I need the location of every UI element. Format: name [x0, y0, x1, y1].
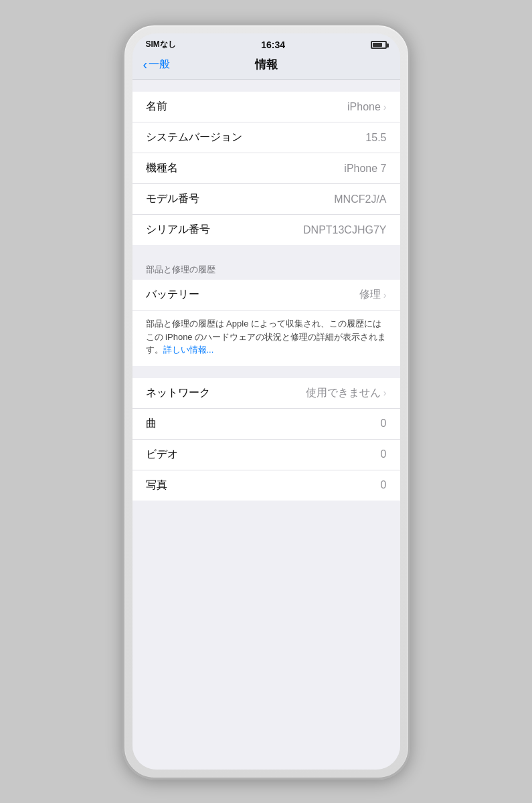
- parts-description: 部品と修理の履歴は Apple によって収集され、この履歴にはこの iPhone…: [132, 310, 400, 366]
- row-video-label: ビデオ: [146, 448, 178, 462]
- row-video-value-area: 0: [381, 448, 387, 460]
- row-network-label: ネットワーク: [146, 386, 210, 400]
- mid-gap: [132, 245, 400, 257]
- phone-screen: SIMなし 16:34 ‹ 一般 情報 名前: [132, 33, 400, 770]
- bottom-gap-1: [132, 366, 400, 378]
- row-model-name-value-area: iPhone 7: [344, 163, 386, 175]
- row-battery-chevron-icon: ›: [383, 290, 387, 300]
- battery-area: [371, 41, 387, 49]
- row-battery[interactable]: バッテリー 修理 ›: [132, 280, 400, 310]
- row-model-name-label: 機種名: [146, 161, 178, 175]
- main-info-card: 名前 iPhone › システムバージョン 15.5 機種名 iPhone 7: [132, 92, 400, 245]
- row-name-value-area: iPhone ›: [347, 101, 387, 113]
- row-system-version-value: 15.5: [365, 132, 386, 144]
- time-text: 16:34: [261, 39, 285, 50]
- row-serial-number-value-area: DNPT13CJHG7Y: [303, 224, 386, 236]
- row-battery-value: 修理: [359, 288, 381, 302]
- row-system-version-value-area: 15.5: [365, 132, 386, 144]
- row-name-value: iPhone: [347, 101, 381, 113]
- back-label: 一般: [149, 58, 170, 72]
- row-photos-value: 0: [381, 479, 387, 491]
- parts-section-label: 部品と修理の履歴: [132, 257, 400, 280]
- row-songs-value-area: 0: [381, 418, 387, 430]
- carrier-text: SIMなし: [146, 39, 176, 50]
- row-system-version-label: システムバージョン: [146, 130, 242, 145]
- bottom-info-card: ネットワーク 使用できません › 曲 0 ビデオ 0: [132, 378, 400, 501]
- row-serial-number-label: シリアル番号: [146, 223, 210, 237]
- row-photos-label: 写真: [146, 478, 167, 493]
- row-video-value: 0: [381, 448, 387, 460]
- row-battery-label: バッテリー: [146, 288, 199, 302]
- bottom-gap-2: [132, 501, 400, 513]
- parts-description-link[interactable]: 詳しい情報...: [163, 345, 214, 355]
- top-gap: [132, 80, 400, 92]
- row-model-number-label: モデル番号: [146, 192, 199, 206]
- row-serial-number: シリアル番号 DNPT13CJHG7Y: [132, 215, 400, 245]
- back-button[interactable]: ‹ 一般: [143, 58, 171, 72]
- settings-content: 名前 iPhone › システムバージョン 15.5 機種名 iPhone 7: [132, 80, 400, 770]
- battery-card: バッテリー 修理 › 部品と修理の履歴は Apple によって収集され、この履歴…: [132, 280, 400, 366]
- row-name-chevron-icon: ›: [383, 102, 387, 112]
- row-model-number: モデル番号 MNCF2J/A: [132, 184, 400, 215]
- row-photos: 写真 0: [132, 470, 400, 501]
- row-serial-number-value: DNPT13CJHG7Y: [303, 224, 386, 236]
- phone-frame: SIMなし 16:34 ‹ 一般 情報 名前: [122, 23, 410, 780]
- battery-icon: [371, 41, 387, 49]
- row-songs: 曲 0: [132, 409, 400, 440]
- row-name[interactable]: 名前 iPhone ›: [132, 92, 400, 122]
- row-battery-value-area: 修理 ›: [359, 288, 387, 302]
- page-title: 情報: [255, 57, 278, 72]
- row-video: ビデオ 0: [132, 440, 400, 470]
- row-model-number-value: MNCF2J/A: [334, 193, 386, 205]
- nav-bar: ‹ 一般 情報: [132, 53, 400, 80]
- row-network-chevron-icon: ›: [383, 387, 387, 398]
- row-name-label: 名前: [146, 100, 167, 114]
- row-model-number-value-area: MNCF2J/A: [334, 193, 386, 205]
- row-network[interactable]: ネットワーク 使用できません ›: [132, 378, 400, 409]
- row-model-name-value: iPhone 7: [344, 163, 386, 175]
- row-network-value-area: 使用できません ›: [306, 386, 387, 400]
- back-chevron-icon: ‹: [143, 58, 148, 71]
- row-system-version: システムバージョン 15.5: [132, 122, 400, 153]
- row-photos-value-area: 0: [381, 479, 387, 491]
- row-songs-label: 曲: [146, 417, 157, 431]
- row-model-name: 機種名 iPhone 7: [132, 153, 400, 184]
- status-bar: SIMなし 16:34: [132, 33, 400, 53]
- row-songs-value: 0: [381, 418, 387, 430]
- row-network-value: 使用できません: [306, 386, 381, 400]
